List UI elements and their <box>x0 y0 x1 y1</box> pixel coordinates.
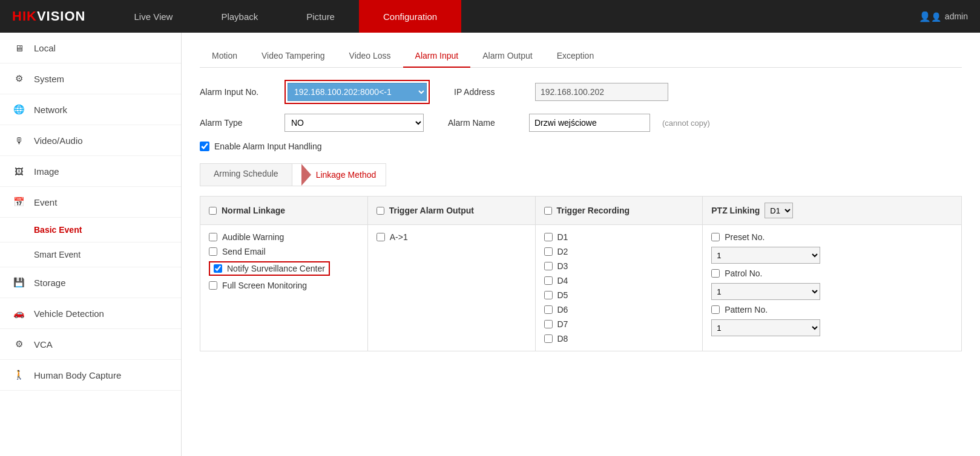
system-icon: ⚙ <box>12 72 25 85</box>
nav-live-view[interactable]: Live View <box>110 0 197 33</box>
patrol-no-checkbox[interactable] <box>711 269 720 278</box>
col-header-ptz: PTZ Linking D1 D2 D3 D4 <box>703 197 962 225</box>
trigger-recording-cell: D1 D2 D3 D4 <box>535 225 703 351</box>
nav-picture[interactable]: Picture <box>282 0 359 33</box>
top-navigation: HIKVISION Live View Playback Picture Con… <box>0 0 980 33</box>
nav-configuration[interactable]: Configuration <box>359 0 461 33</box>
sidebar-label-video-audio: Video/Audio <box>34 135 83 146</box>
tab-exception[interactable]: Exception <box>545 45 606 68</box>
alarm-input-no-label: Alarm Input No. <box>200 87 272 97</box>
d1-checkbox[interactable] <box>544 233 553 241</box>
sub-tab-arming-schedule[interactable]: Arming Schedule <box>200 163 292 186</box>
sidebar-label-vehicle-detection: Vehicle Detection <box>34 308 104 319</box>
d6-checkbox[interactable] <box>544 305 553 314</box>
preset-select-item: 1 <box>711 244 953 266</box>
tab-video-loss[interactable]: Video Loss <box>337 45 403 68</box>
d3-checkbox[interactable] <box>544 262 553 270</box>
d2-item: D2 <box>544 244 694 259</box>
pattern-no-select[interactable]: 1 <box>711 319 820 336</box>
vca-icon: ⚙ <box>12 337 25 351</box>
a1-label: A->1 <box>390 232 408 242</box>
main-tabs: Motion Video Tampering Video Loss Alarm … <box>200 45 962 68</box>
sidebar-item-video-audio[interactable]: 🎙 Video/Audio <box>0 125 181 156</box>
trigger-alarm-header-checkbox[interactable] <box>377 207 384 215</box>
alarm-type-select[interactable]: NO <box>284 114 424 132</box>
preset-no-select[interactable]: 1 <box>711 247 820 264</box>
tab-alarm-output[interactable]: Alarm Output <box>470 45 544 68</box>
trigger-recording-header-checkbox[interactable] <box>544 207 552 215</box>
sidebar-label-vca: VCA <box>34 339 53 350</box>
tab-video-tampering[interactable]: Video Tampering <box>249 45 337 68</box>
sidebar-item-system[interactable]: ⚙ System <box>0 64 181 94</box>
trigger-alarm-cell: A->1 <box>367 225 535 351</box>
sidebar-item-local[interactable]: 🖥 Local <box>0 33 181 64</box>
nav-playback[interactable]: Playback <box>197 0 282 33</box>
patrol-no-item: Patrol No. <box>711 266 953 281</box>
nav-user: 👤 admin <box>919 11 968 22</box>
d3-item: D3 <box>544 259 694 273</box>
d8-label: D8 <box>557 334 568 344</box>
sub-tabs: Arming Schedule Linkage Method <box>200 163 962 186</box>
d5-item: D5 <box>544 288 694 302</box>
d2-label: D2 <box>557 247 568 256</box>
d7-checkbox[interactable] <box>544 320 553 328</box>
sidebar-label-human-body-capture: Human Body Capture <box>34 370 121 380</box>
full-screen-label: Full Screen Monitoring <box>222 281 307 290</box>
d8-item: D8 <box>544 331 694 346</box>
d1-item: D1 <box>544 230 694 244</box>
sidebar-label-smart-event: Smart Event <box>34 250 81 259</box>
pattern-no-checkbox[interactable] <box>711 305 720 314</box>
send-email-item: Send Email <box>209 244 359 259</box>
d3-label: D3 <box>557 261 568 271</box>
tab-alarm-input[interactable]: Alarm Input <box>403 45 471 68</box>
alarm-input-no-select[interactable]: 192.168.100.202:8000<-1 <box>288 83 427 101</box>
user-icon: 👤 <box>919 11 941 22</box>
preset-no-label: Preset No. <box>725 232 765 242</box>
alarm-name-input[interactable] <box>529 114 650 132</box>
sidebar-item-storage[interactable]: 💾 Storage <box>0 267 181 298</box>
preset-no-checkbox[interactable] <box>711 233 720 241</box>
d5-checkbox[interactable] <box>544 291 553 299</box>
sidebar-label-system: System <box>34 74 64 84</box>
sidebar-item-smart-event[interactable]: Smart Event <box>0 243 181 267</box>
preset-no-item: Preset No. <box>711 230 953 244</box>
ip-address-input[interactable] <box>535 83 668 101</box>
enable-alarm-checkbox[interactable] <box>200 142 209 151</box>
pattern-no-label: Pattern No. <box>725 305 768 314</box>
sidebar-item-vca[interactable]: ⚙ VCA <box>0 329 181 360</box>
d6-item: D6 <box>544 302 694 317</box>
normal-linkage-header-checkbox[interactable] <box>209 207 217 215</box>
alarm-name-group: Alarm Name (cannot copy) <box>448 114 710 132</box>
main-layout: 🖥 Local ⚙ System 🌐 Network 🎙 Video/Audio… <box>0 33 980 456</box>
notify-surveillance-checkbox[interactable] <box>214 264 222 273</box>
audio-icon: 🎙 <box>12 134 25 147</box>
send-email-label: Send Email <box>222 247 266 256</box>
pattern-select-item: 1 <box>711 317 953 339</box>
send-email-checkbox[interactable] <box>209 247 217 256</box>
sidebar-item-human-body-capture[interactable]: 🚶 Human Body Capture <box>0 360 181 391</box>
sub-tab-linkage-method[interactable]: Linkage Method <box>292 163 387 186</box>
d2-checkbox[interactable] <box>544 247 553 256</box>
patrol-no-select[interactable]: 1 <box>711 283 820 300</box>
d8-checkbox[interactable] <box>544 334 553 343</box>
tab-motion[interactable]: Motion <box>200 45 249 68</box>
a1-checkbox[interactable] <box>377 233 385 241</box>
full-screen-checkbox[interactable] <box>209 281 217 290</box>
sidebar-item-image[interactable]: 🖼 Image <box>0 156 181 187</box>
logo-text: HIKVISION <box>12 8 85 24</box>
sidebar-item-event[interactable]: 📅 Event <box>0 187 181 218</box>
audible-warning-checkbox[interactable] <box>209 233 217 241</box>
event-icon: 📅 <box>12 195 25 209</box>
notify-surveillance-wrapper: Notify Surveillance Center <box>209 261 330 276</box>
linkage-table: Normal Linkage Trigger Alarm Output Trig… <box>200 196 962 351</box>
sidebar-item-basic-event[interactable]: Basic Event <box>0 218 181 243</box>
cannot-copy-text: (cannot copy) <box>662 119 710 128</box>
sidebar-item-network[interactable]: 🌐 Network <box>0 94 181 125</box>
full-screen-item: Full Screen Monitoring <box>209 278 359 293</box>
d4-checkbox[interactable] <box>544 276 553 285</box>
sidebar-item-vehicle-detection[interactable]: 🚗 Vehicle Detection <box>0 298 181 329</box>
ptz-channel-select[interactable]: D1 D2 D3 D4 <box>765 203 793 218</box>
d7-label: D7 <box>557 319 568 329</box>
main-content: Motion Video Tampering Video Loss Alarm … <box>182 33 980 456</box>
image-icon: 🖼 <box>12 164 25 178</box>
